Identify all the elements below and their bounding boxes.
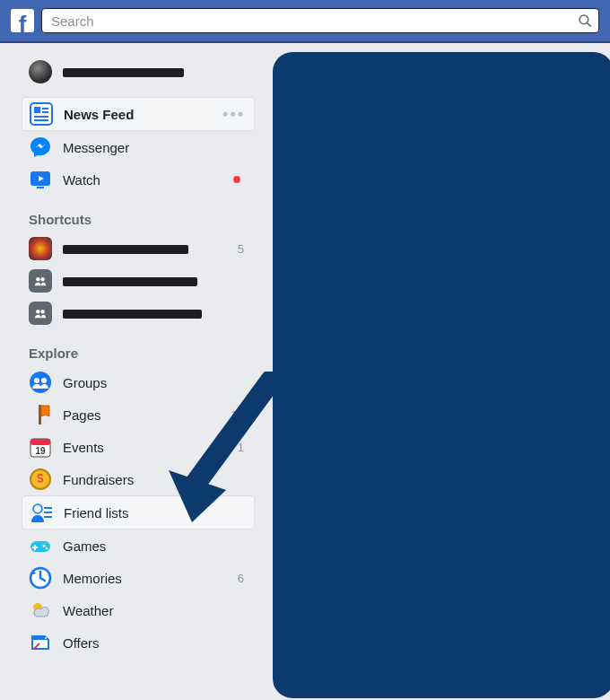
- notification-dot: [233, 176, 240, 183]
- avatar: [29, 60, 52, 83]
- nav-fundraisers[interactable]: Fundraisers: [22, 463, 255, 495]
- svg-point-13: [40, 310, 44, 313]
- svg-line-1: [588, 23, 591, 27]
- profile-name: [63, 65, 248, 80]
- nav-label: Fundraisers: [63, 472, 248, 487]
- group-avatar-icon: [29, 269, 52, 293]
- nav-messenger[interactable]: Messenger: [22, 131, 255, 163]
- svg-point-33: [45, 637, 47, 639]
- svg-point-15: [34, 378, 39, 383]
- more-icon[interactable]: •••: [222, 105, 247, 124]
- games-icon: [29, 534, 52, 557]
- nav-weather[interactable]: Weather: [22, 594, 255, 626]
- svg-rect-6: [34, 116, 48, 118]
- nav-count: 1: [238, 441, 248, 454]
- svg-point-0: [580, 15, 588, 24]
- events-icon: 19: [29, 435, 52, 459]
- memories-icon: [29, 566, 52, 590]
- fundraisers-icon: [29, 468, 52, 491]
- nav-memories[interactable]: Memories 6: [22, 562, 255, 594]
- weather-icon: [29, 599, 52, 622]
- group-avatar-icon: [29, 237, 52, 260]
- nav-friend-lists[interactable]: Friend lists: [22, 495, 255, 529]
- nav-label: News Feed: [64, 107, 212, 122]
- nav-label: Groups: [63, 375, 248, 390]
- nav-label: Events: [63, 440, 227, 455]
- svg-point-10: [36, 277, 39, 281]
- shortcut-label: [63, 274, 248, 289]
- friend-lists-icon: [30, 501, 53, 524]
- nav-label: Watch: [63, 172, 222, 188]
- svg-rect-5: [42, 111, 48, 113]
- nav-label: Friend lists: [64, 505, 247, 521]
- svg-point-29: [43, 545, 46, 547]
- svg-rect-24: [44, 512, 52, 513]
- search-input[interactable]: [51, 13, 577, 29]
- groups-icon: [29, 371, 52, 394]
- nav-count: 6: [238, 572, 248, 585]
- content-panel-redacted: [273, 52, 610, 698]
- svg-point-12: [36, 310, 39, 313]
- profile-link[interactable]: [22, 56, 255, 88]
- messenger-icon: [29, 136, 52, 159]
- svg-rect-23: [44, 507, 52, 509]
- svg-point-11: [40, 277, 44, 281]
- svg-point-30: [46, 547, 48, 550]
- watch-icon: [29, 168, 52, 191]
- left-sidebar: News Feed ••• Messenger Watch: [22, 56, 255, 659]
- nav-label: Weather: [63, 603, 248, 618]
- shortcut-item[interactable]: [22, 297, 255, 329]
- shortcut-label: [63, 306, 248, 321]
- svg-point-16: [41, 378, 47, 383]
- shortcut-label: [63, 241, 227, 257]
- nav-pages[interactable]: Pages 14: [22, 398, 255, 431]
- nav-label: Pages: [63, 407, 221, 423]
- nav-news-feed[interactable]: News Feed •••: [22, 97, 255, 131]
- svg-rect-3: [34, 107, 40, 113]
- nav-offers[interactable]: Offers: [22, 626, 255, 659]
- svg-text:19: 19: [35, 446, 46, 456]
- topbar: f: [0, 0, 610, 43]
- group-avatar-icon: [29, 302, 52, 325]
- search-field[interactable]: [41, 8, 599, 33]
- nav-label: Messenger: [63, 140, 248, 155]
- svg-rect-2: [30, 103, 52, 125]
- facebook-logo[interactable]: f: [11, 9, 34, 32]
- svg-rect-28: [32, 547, 38, 548]
- nav-label: Memories: [63, 571, 227, 586]
- nav-label: Games: [63, 538, 248, 554]
- svg-point-22: [33, 504, 42, 513]
- svg-rect-25: [44, 516, 52, 518]
- section-explore: Explore: [22, 329, 255, 366]
- nav-watch[interactable]: Watch: [22, 163, 255, 196]
- svg-rect-4: [42, 108, 48, 109]
- nav-events[interactable]: 19 Events 1: [22, 431, 255, 463]
- svg-point-14: [30, 372, 51, 393]
- search-icon[interactable]: [577, 13, 593, 29]
- svg-rect-9: [37, 187, 44, 188]
- pages-icon: [29, 403, 52, 426]
- shortcut-item[interactable]: 5: [22, 232, 255, 265]
- nav-count: 14: [231, 408, 248, 422]
- svg-rect-7: [34, 119, 48, 121]
- offers-icon: [29, 631, 52, 654]
- section-shortcuts: Shortcuts: [22, 196, 255, 232]
- svg-point-21: [30, 469, 50, 489]
- nav-groups[interactable]: Groups: [22, 366, 255, 398]
- nav-games[interactable]: Games: [22, 529, 255, 562]
- shortcut-count: 5: [238, 242, 248, 256]
- nav-label: Offers: [63, 635, 248, 651]
- shortcut-item[interactable]: [22, 265, 255, 297]
- news-feed-icon: [30, 102, 53, 126]
- svg-rect-19: [30, 439, 50, 445]
